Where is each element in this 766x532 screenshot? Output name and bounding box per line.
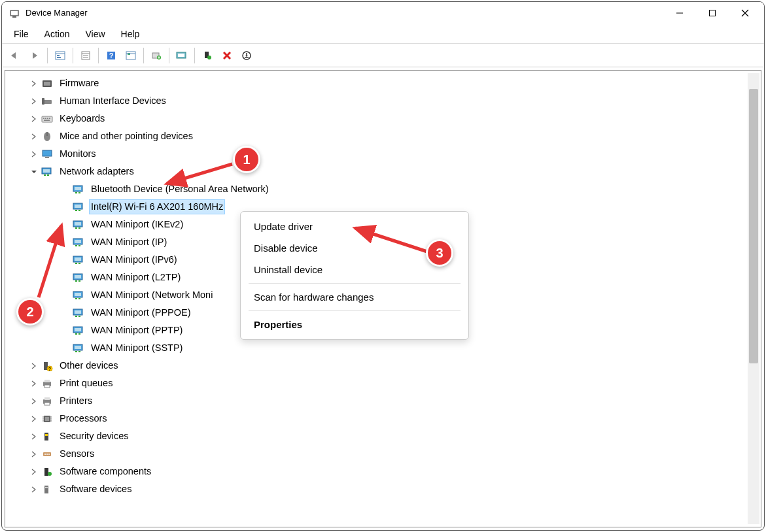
tree-item[interactable]: WAN Miniport (SSTP) [8, 339, 758, 357]
maximize-button[interactable] [696, 2, 729, 24]
uninstall-device-button[interactable] [218, 46, 236, 65]
expander-none [60, 325, 71, 336]
tree-item[interactable]: Printers [8, 392, 758, 410]
expander-closed-icon[interactable] [29, 114, 39, 124]
hid-icon [41, 95, 54, 107]
tree-item-label: Processors [58, 411, 109, 425]
tree-item[interactable]: Network adapters [8, 163, 758, 180]
forward-button[interactable] [26, 46, 44, 65]
svg-text:?: ? [48, 367, 51, 371]
expander-closed-icon[interactable] [29, 378, 39, 389]
expander-closed-icon[interactable] [29, 149, 39, 159]
svg-rect-57 [75, 227, 77, 229]
tree-item[interactable]: Security devices [8, 427, 758, 445]
tree-item[interactable]: Keyboards [8, 110, 758, 127]
menu-file[interactable]: File [7, 26, 35, 42]
scan-hardware-button[interactable] [173, 46, 191, 65]
scrollbar-vertical[interactable] [748, 73, 759, 524]
network-icon [72, 290, 85, 301]
expander-closed-icon[interactable] [29, 78, 39, 89]
svg-rect-1 [11, 11, 18, 15]
annotation-badge-3: 3 [426, 239, 453, 267]
scrollbar-thumb[interactable] [749, 89, 758, 363]
svg-rect-23 [178, 54, 184, 57]
action-button[interactable] [122, 46, 140, 65]
svg-rect-4 [710, 10, 716, 16]
expander-closed-icon[interactable] [29, 396, 39, 407]
svg-point-109 [48, 454, 50, 455]
processor-icon [41, 413, 54, 425]
tree-item[interactable]: Processors [8, 410, 758, 427]
svg-rect-34 [43, 118, 44, 119]
tree-item[interactable]: Software components [8, 463, 758, 480]
toolbar-separator [98, 48, 99, 63]
annotation-arrow-2 [32, 219, 71, 304]
svg-line-115 [39, 225, 61, 297]
svg-line-116 [355, 228, 427, 252]
tree-item[interactable]: Mice and other pointing devices [8, 127, 758, 145]
properties-button[interactable] [77, 46, 95, 65]
expander-closed-icon[interactable] [29, 484, 39, 495]
svg-rect-38 [44, 120, 50, 121]
update-driver-button[interactable] [147, 46, 165, 65]
expander-closed-icon[interactable] [29, 361, 39, 371]
menu-action[interactable]: Action [38, 26, 77, 42]
network-icon [72, 254, 85, 266]
back-button[interactable] [6, 46, 24, 65]
expander-none [60, 308, 71, 318]
expander-closed-icon[interactable] [29, 467, 39, 477]
disable-device-button[interactable] [237, 46, 256, 65]
tree-item[interactable]: Bluetooth Device (Personal Area Network) [8, 180, 758, 198]
tree-item-label: Printers [58, 393, 94, 408]
expander-closed-icon[interactable] [29, 131, 39, 142]
enable-device-button[interactable] [198, 46, 217, 65]
svg-rect-37 [49, 118, 50, 119]
show-hide-tree-button[interactable] [51, 46, 69, 65]
tree-item-label: Sensors [58, 446, 96, 461]
tree-item-label: Security devices [58, 429, 131, 443]
svg-point-108 [46, 454, 48, 455]
tree-item[interactable]: ?Other devices [8, 357, 758, 374]
expander-closed-icon[interactable] [29, 449, 39, 459]
svg-rect-45 [44, 175, 46, 176]
annotation-arrow-3 [349, 222, 434, 258]
svg-rect-81 [75, 333, 77, 335]
tree-item[interactable]: Software devices [8, 480, 758, 498]
expander-closed-icon[interactable] [29, 96, 39, 107]
network-icon [72, 219, 85, 231]
svg-rect-105 [45, 434, 48, 436]
tree-item[interactable]: Print queues [8, 374, 758, 392]
printer-icon [41, 395, 54, 407]
context-menu-separator [249, 310, 461, 311]
tree-item[interactable]: Firmware [8, 75, 758, 92]
help-button[interactable]: ? [102, 46, 120, 65]
svg-rect-82 [78, 333, 80, 335]
svg-rect-17 [126, 52, 135, 59]
menu-view[interactable]: View [78, 26, 111, 42]
expander-open-icon[interactable] [29, 167, 39, 177]
menu-help[interactable]: Help [114, 26, 147, 42]
close-button[interactable] [729, 2, 761, 24]
tree-item-label: Monitors [58, 146, 98, 161]
tree-item[interactable]: Sensors [8, 445, 758, 463]
minimize-button[interactable] [663, 2, 696, 24]
svg-rect-41 [43, 150, 52, 156]
svg-rect-46 [47, 175, 49, 176]
tree-item[interactable]: Monitors [8, 145, 758, 163]
svg-rect-32 [42, 98, 44, 105]
tree-item-label: Mice and other pointing devices [58, 129, 195, 143]
svg-rect-104 [44, 433, 48, 441]
network-icon [72, 272, 85, 284]
expander-closed-icon[interactable] [29, 414, 39, 424]
context-menu-item[interactable]: Properties [241, 314, 468, 335]
svg-rect-33 [42, 116, 52, 122]
toolbar: ? [2, 44, 764, 67]
expander-closed-icon[interactable] [29, 431, 39, 442]
tree-item[interactable]: Human Interface Devices [8, 92, 758, 110]
annotation-badge-2: 2 [16, 298, 44, 325]
svg-rect-42 [45, 157, 49, 158]
window-title: Device Manager [26, 8, 663, 18]
svg-line-114 [167, 164, 232, 184]
context-menu-item[interactable]: Scan for hardware changes [241, 286, 468, 308]
tree-item-label: WAN Miniport (Network Moni [89, 288, 215, 302]
